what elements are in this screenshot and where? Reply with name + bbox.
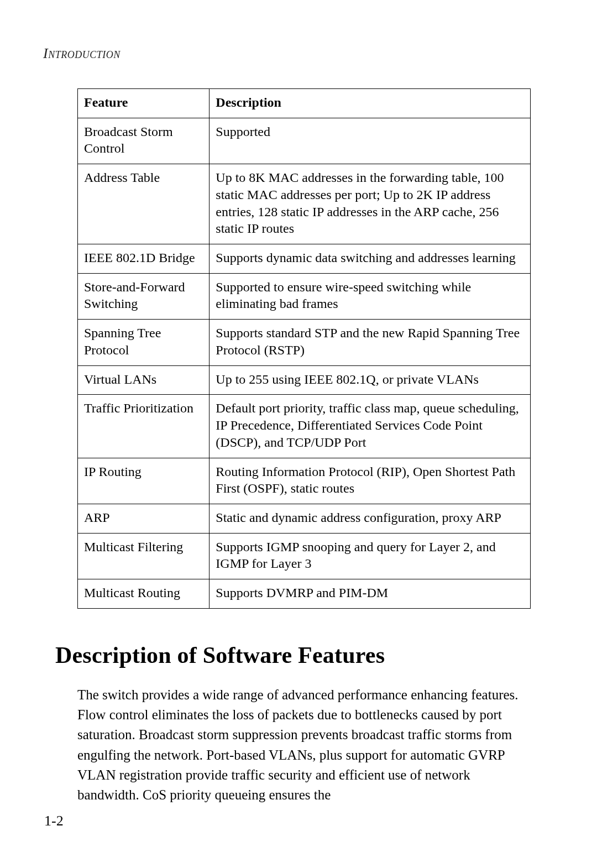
- cell-feature: Broadcast Storm Control: [78, 118, 210, 164]
- table-header-row: Feature Description: [78, 89, 531, 118]
- cell-feature: IP Routing: [78, 458, 210, 504]
- cell-feature: Traffic Prioritization: [78, 395, 210, 458]
- table-row: Virtual LANs Up to 255 using IEEE 802.1Q…: [78, 365, 531, 395]
- table-row: Store-and-Forward Switching Supported to…: [78, 273, 531, 319]
- cell-feature: Multicast Routing: [78, 579, 210, 609]
- body-paragraph: The switch provides a wide range of adva…: [77, 685, 531, 806]
- cell-description: Up to 255 using IEEE 802.1Q, or private …: [210, 365, 531, 395]
- table-row: ARP Static and dynamic address configura…: [78, 504, 531, 533]
- cell-description: Up to 8K MAC addresses in the forwarding…: [210, 164, 531, 244]
- cell-feature: ARP: [78, 504, 210, 533]
- cell-feature: Virtual LANs: [78, 365, 210, 395]
- section-heading: Description of Software Features: [55, 642, 531, 668]
- table-row: IP Routing Routing Information Protocol …: [78, 458, 531, 504]
- cell-description: Static and dynamic address configuration…: [210, 504, 531, 533]
- col-header-feature: Feature: [78, 89, 210, 118]
- cell-description: Default port priority, traffic class map…: [210, 395, 531, 458]
- cell-description: Supported: [210, 118, 531, 164]
- content-area: Feature Description Broadcast Storm Cont…: [77, 88, 531, 805]
- table-row: Broadcast Storm Control Supported: [78, 118, 531, 164]
- cell-description: Supports DVMRP and PIM-DM: [210, 579, 531, 609]
- table-row: IEEE 802.1D Bridge Supports dynamic data…: [78, 244, 531, 274]
- cell-feature: Store-and-Forward Switching: [78, 273, 210, 319]
- page-number: 1-2: [44, 813, 64, 829]
- running-head: Introduction: [43, 45, 121, 62]
- table-row: Multicast Filtering Supports IGMP snoopi…: [78, 533, 531, 579]
- page: Introduction Feature Description Broadca…: [0, 0, 597, 868]
- cell-description: Supports dynamic data switching and addr…: [210, 244, 531, 274]
- table-row: Traffic Prioritization Default port prio…: [78, 395, 531, 458]
- features-table: Feature Description Broadcast Storm Cont…: [77, 88, 531, 609]
- cell-feature: IEEE 802.1D Bridge: [78, 244, 210, 274]
- col-header-description: Description: [210, 89, 531, 118]
- cell-feature: Spanning Tree Protocol: [78, 320, 210, 365]
- table-row: Spanning Tree Protocol Supports standard…: [78, 320, 531, 365]
- table-row: Multicast Routing Supports DVMRP and PIM…: [78, 579, 531, 609]
- cell-description: Supports IGMP snooping and query for Lay…: [210, 533, 531, 579]
- cell-description: Supported to ensure wire-speed switching…: [210, 273, 531, 319]
- cell-feature: Address Table: [78, 164, 210, 244]
- cell-description: Supports standard STP and the new Rapid …: [210, 320, 531, 365]
- cell-feature: Multicast Filtering: [78, 533, 210, 579]
- cell-description: Routing Information Protocol (RIP), Open…: [210, 458, 531, 504]
- table-row: Address Table Up to 8K MAC addresses in …: [78, 164, 531, 244]
